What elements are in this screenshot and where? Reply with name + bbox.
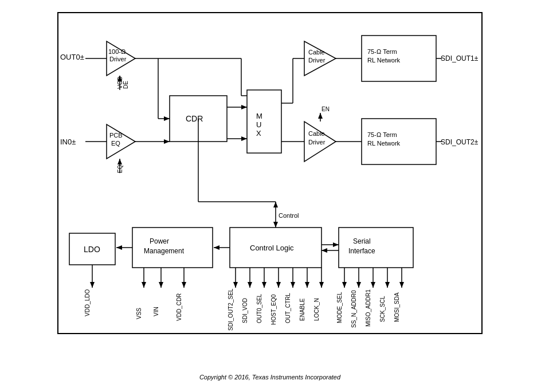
svg-marker-33 xyxy=(318,113,323,119)
sdi-out1-label: SDI_OUT1± xyxy=(441,54,479,62)
copyright-text: Copyright © 2016, Texas Instruments Inco… xyxy=(199,374,340,381)
svg-marker-56 xyxy=(90,282,95,288)
vdd-cdr-pin: VDD_CDR xyxy=(176,293,182,321)
mosi-sda-pin: MOSI_SDA xyxy=(394,292,400,322)
svg-marker-82 xyxy=(371,282,375,288)
control-logic-label: Control Logic xyxy=(250,244,294,252)
svg-marker-68 xyxy=(262,282,266,288)
svg-marker-15 xyxy=(164,139,170,144)
pcbeq-label2: EQ xyxy=(111,140,120,147)
svg-marker-45 xyxy=(214,245,219,250)
term2-label1: 75-Ω Term xyxy=(367,131,397,138)
sck-scl-pin: SCK_SCL xyxy=(379,296,386,322)
svg-marker-74 xyxy=(305,282,309,288)
serial-interface-label2: Interface xyxy=(348,247,375,255)
sdi-out2-label: SDI_OUT2± xyxy=(441,138,479,146)
pcbeq-label1: PCB xyxy=(109,132,123,139)
out0-sel-pin: OUT0_SEL xyxy=(256,293,262,323)
sdi-vod-pin: SDI_VOD xyxy=(242,298,248,323)
svg-marker-80 xyxy=(356,282,361,288)
enable-pin: ENABLE xyxy=(299,298,305,321)
svg-marker-18 xyxy=(241,105,247,109)
svg-marker-47 xyxy=(333,242,339,247)
mux-label2: U xyxy=(256,120,261,129)
mode-sel-pin: MODE_SEL xyxy=(336,292,343,323)
ldo-label: LDO xyxy=(84,245,100,254)
svg-marker-60 xyxy=(159,282,163,288)
svg-marker-20 xyxy=(241,136,247,141)
svg-marker-13 xyxy=(164,116,170,121)
host-eq0-pin: HOST_EQ0 xyxy=(270,294,277,325)
de-label: DE xyxy=(123,81,129,89)
svg-marker-86 xyxy=(399,282,404,288)
svg-marker-43 xyxy=(116,245,122,250)
en-label: EN xyxy=(321,106,330,112)
term1-label2: RL Network xyxy=(367,57,401,64)
ss-n-addr0-pin: SS_N_ADDR0 xyxy=(351,290,357,328)
serial-interface-label1: Serial xyxy=(353,237,371,245)
svg-marker-7 xyxy=(117,159,122,164)
svg-marker-76 xyxy=(319,282,324,288)
out0-label: OUT0± xyxy=(60,53,84,61)
vin-pin: VIN xyxy=(153,307,159,316)
cdr-label: CDR xyxy=(186,114,203,123)
driver100-label: 100-Ω xyxy=(108,48,126,55)
power-mgmt-label1: Power xyxy=(150,237,169,245)
diagram-container: OUT0± IN0± 100-Ω Driver VOD DE PCB EQ EQ… xyxy=(23,7,522,385)
term1-label1: 75-Ω Term xyxy=(367,48,397,55)
svg-marker-62 xyxy=(182,282,186,288)
cable-driver1-label2: Driver xyxy=(308,57,326,64)
mux-label1: M xyxy=(256,112,262,120)
miso-addr1-pin: MISO_ADDR1 xyxy=(365,289,371,327)
eq-label: EQ xyxy=(117,164,123,173)
svg-marker-49 xyxy=(321,248,327,253)
svg-marker-84 xyxy=(385,282,390,288)
svg-marker-51 xyxy=(273,222,278,228)
in0-label: IN0± xyxy=(60,138,76,146)
svg-marker-52 xyxy=(273,202,278,207)
out-ctrl-pin: OUT_CTRL xyxy=(285,293,291,323)
svg-marker-66 xyxy=(248,282,252,288)
driver100-label2: Driver xyxy=(109,56,127,62)
lock-n-pin: LOCK_N xyxy=(313,298,320,321)
vdd-ldo-pin: VDD_LDO xyxy=(84,289,91,316)
svg-marker-58 xyxy=(142,282,146,288)
svg-rect-16 xyxy=(247,90,281,153)
sdi-out2-sel-pin: SDI_OUT2_SEL xyxy=(228,288,234,331)
cable-driver1-label1: Cable xyxy=(308,49,325,56)
svg-marker-64 xyxy=(233,282,238,288)
cable-driver2-label1: Cable xyxy=(308,130,325,137)
svg-marker-78 xyxy=(342,282,347,288)
control-label: Control xyxy=(279,212,299,219)
mux-label3: X xyxy=(256,129,261,138)
vss-pin: VSS xyxy=(136,308,142,319)
svg-marker-72 xyxy=(291,282,295,288)
power-mgmt-label2: Management xyxy=(144,247,185,255)
term2-label2: RL Network xyxy=(367,140,401,147)
svg-marker-70 xyxy=(276,282,281,288)
cable-driver2-label2: Driver xyxy=(308,139,326,146)
